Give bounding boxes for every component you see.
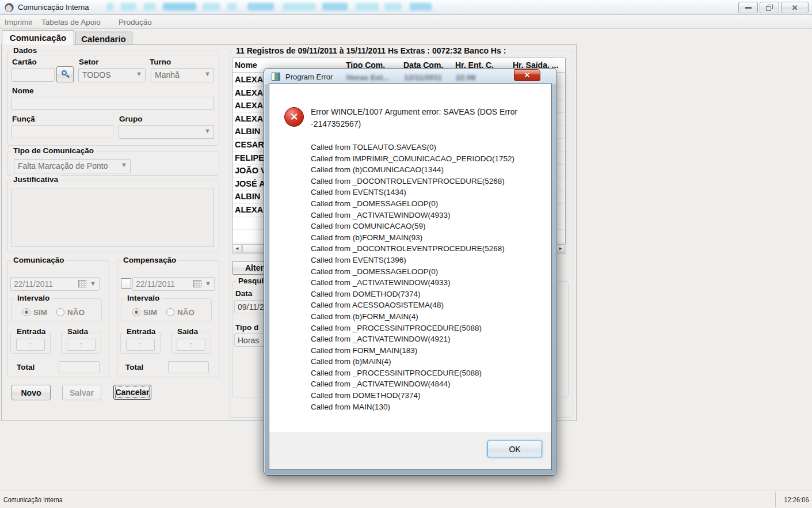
titlebar-ghost-artifact (227, 3, 237, 10)
compensacao-total-field[interactable] (168, 361, 209, 373)
stack-trace-line: Called from _PROCESSINITPROCEDURE(5088) (311, 323, 541, 334)
pesquisa-data-label: Data (235, 289, 252, 298)
cancelar-button[interactable]: Cancelar (113, 385, 151, 400)
stack-trace-line: Called from _PROCESSINITPROCEDURE(5088) (311, 367, 541, 379)
comunicacao-date-value: 22/11/2011 (14, 279, 53, 289)
status-bar: Comunicação Interna 12:26:06 (0, 491, 812, 508)
titlebar-ghost-artifact (322, 3, 348, 10)
entrada-legend: Entrada (124, 327, 158, 336)
dialog-title: Program Error (285, 73, 333, 81)
compensacao-intervalo-sim-radio[interactable] (132, 308, 140, 316)
comunicacao-saida-field[interactable]: : (67, 339, 96, 351)
titlebar-ghost-artifact (384, 3, 402, 10)
tab-strip: Comunicação Calendario (0, 29, 812, 44)
menu-producao[interactable]: Produção (115, 17, 155, 28)
stack-trace-line: Called from _DOMESSAGELOOP(0) (311, 198, 541, 210)
window-title: Comunicação Interna (18, 3, 89, 12)
stack-trace-line: Called from EVENTS(1434) (311, 187, 541, 198)
salvar-button[interactable]: Salvar (62, 385, 101, 400)
dialog-app-icon (272, 73, 280, 81)
app-icon (5, 3, 14, 12)
col-nome[interactable]: Nome (235, 60, 257, 70)
titlebar-ghost-artifact (121, 3, 136, 10)
stack-trace-line: Called from (b)MAIN(4) (311, 356, 541, 367)
ok-button[interactable]: OK (487, 441, 542, 457)
menu-imprimir[interactable]: Imprimir (1, 17, 36, 28)
ghost-table-text: Horas Ext... (346, 73, 389, 82)
titlebar-ghost-artifact (283, 3, 315, 10)
stack-trace-line: Called from MAIN(130) (311, 401, 541, 413)
stack-trace-line: Called from (b)FORM_MAIN(4) (311, 311, 541, 323)
funcao-label: Funçã (12, 115, 35, 123)
stack-trace-line: Called from FORM_MAIN(183) (311, 345, 541, 357)
compensacao-saida-field[interactable]: : (177, 339, 205, 351)
magnifier-icon (60, 70, 70, 79)
chevron-down-icon: ▼ (121, 161, 127, 168)
justificativa-textarea[interactable] (12, 188, 214, 247)
comunicacao-date-picker[interactable]: 22/11/2011 ▼ (10, 277, 100, 291)
saida-legend: Saida (175, 327, 200, 336)
stack-trace-line: Called from _DOCONTROLEVENTPROCEDURE(526… (311, 176, 541, 187)
tab-comunicacao[interactable]: Comunicação (2, 30, 74, 45)
cartao-search-button[interactable] (56, 66, 74, 82)
menu-tabelas-de-apoio[interactable]: Tabelas de Apoio (38, 17, 104, 28)
compensacao-intervalo-nao-radio[interactable] (166, 308, 174, 316)
dialog-titlebar[interactable]: Program Error Horas Ext...12/11/201122:0… (265, 69, 556, 84)
titlebar-ghost-artifact (203, 3, 220, 10)
restore-button[interactable] (760, 2, 779, 13)
stack-trace-line: Called from (b)COMUNICACAO(1344) (311, 164, 541, 176)
turno-label: Turno (150, 58, 171, 66)
chevron-down-icon: ▼ (136, 70, 142, 77)
dialog-footer: OK (269, 433, 551, 469)
close-button[interactable]: ✕ (781, 2, 809, 13)
window-titlebar[interactable]: Comunicação Interna ✕ (0, 0, 812, 15)
comunicacao-total-field[interactable] (59, 361, 100, 373)
tipo-comunicacao-select[interactable]: Falta Marcação de Ponto▼ (14, 159, 131, 173)
grupo-select[interactable]: ▼ (119, 125, 214, 139)
cell-nome: CESAR (235, 140, 264, 149)
ghost-table-text: 12/11/2011 (404, 73, 442, 82)
scroll-left-arrow[interactable]: ◄ (232, 244, 242, 252)
nome-field[interactable] (12, 97, 214, 110)
tab-calendario[interactable]: Calendario (75, 32, 132, 45)
cell-nome: ALEXA (235, 205, 263, 214)
turno-value: Manhã (155, 70, 180, 79)
compensacao-checkbox[interactable] (121, 278, 131, 289)
stack-trace: Called from TOLEAUTO:SAVEAS(0)Called fro… (311, 142, 541, 412)
entrada-legend: Entrada (14, 327, 48, 336)
tipo-comunicacao-legend: Tipo de Comunicação (11, 146, 96, 155)
cartao-label: Cartão (12, 58, 37, 66)
titlebar-ghost-artifact (144, 3, 155, 10)
cell-nome: JOSÉ A (235, 179, 265, 188)
chevron-down-icon: ▼ (204, 70, 211, 77)
titlebar-ghost-artifact (356, 3, 379, 10)
setor-label: Setor (79, 58, 99, 66)
comunicacao-intervalo-nao-radio[interactable] (56, 308, 64, 316)
scroll-right-arrow[interactable]: ► (556, 244, 565, 252)
chevron-down-icon: ▼ (90, 280, 96, 287)
funcao-field[interactable] (12, 125, 113, 138)
dialog-close-button[interactable]: ✕ (514, 69, 540, 81)
status-text: Comunicação Interna (3, 495, 63, 504)
ghost-table-text: 22:08 (456, 73, 476, 82)
novo-button[interactable]: Novo (12, 385, 51, 400)
compensacao-date-picker[interactable]: 22/11/2011 ▼ (132, 277, 215, 291)
intervalo-legend: Intervalo (15, 294, 52, 302)
intervalo-legend: Intervalo (125, 294, 162, 302)
comunicacao-entrada-field[interactable]: : (16, 339, 45, 351)
dialog-client-area: ✕ Error WINOLE/1007 Argument error: SAVE… (269, 84, 552, 470)
turno-select[interactable]: Manhã▼ (151, 68, 214, 82)
saida-legend: Saida (65, 327, 90, 336)
comunicacao-intervalo-sim-radio[interactable] (22, 308, 31, 316)
stack-trace-line: Called from IMPRIMIR_COMUNICACAO_PERIODO… (311, 153, 541, 165)
titlebar-ghost-artifact (163, 3, 196, 10)
minimize-button[interactable] (738, 2, 758, 13)
registros-legend: 11 Registros de 09/11/2011 à 15/11/2011 … (234, 46, 508, 55)
cartao-field[interactable] (12, 68, 55, 82)
cell-nome: ALBIN (235, 192, 260, 201)
setor-select[interactable]: TODOS▼ (78, 68, 146, 82)
sim-label: SIM (143, 308, 157, 317)
cell-nome: ALEXA (235, 88, 263, 97)
compensacao-entrada-field[interactable]: : (126, 339, 155, 351)
stack-trace-line: Called from TOLEAUTO:SAVEAS(0) (311, 142, 541, 153)
